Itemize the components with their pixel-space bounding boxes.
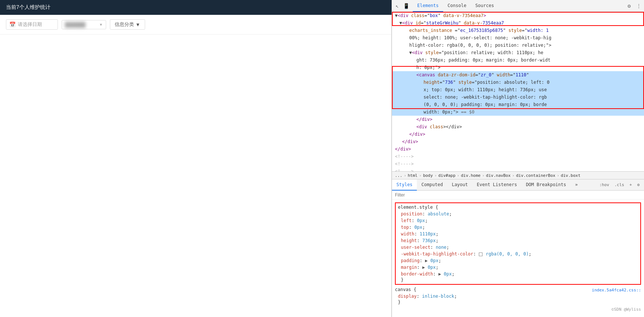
css-prop-padding[interactable]: padding: ▶ 0px; — [398, 257, 638, 264]
dom-line-canvas-attr2[interactable]: x; top: 0px; width: 1110px; height: 736p… — [392, 86, 644, 93]
css-rules: element.style { position: absolute; left… — [392, 199, 644, 317]
css-prop-display[interactable]: display: inline-block; — [395, 293, 641, 300]
dom-line[interactable]: ▼<div style="position: relative; width: … — [392, 49, 644, 56]
dom-line-divclass[interactable]: <div class></div> — [392, 123, 644, 131]
breadcrumb-html[interactable]: html — [408, 173, 418, 178]
dom-line[interactable]: ▼<div id="stateGrWeihu" data-v-7354eaa7 — [392, 19, 644, 27]
canvas-rule-block: canvas { index.5a4fca42.css:: display: i… — [392, 286, 644, 306]
devtools-panel: ↖ 📱 Elements Console Sources ⚙ ⋮ ▼<div c… — [392, 0, 644, 317]
dom-line[interactable]: ght: 736px; padding: 0px; margin: 0px; b… — [392, 56, 644, 64]
dom-line[interactable]: 00%; height: 100%; user-select: none; -w… — [392, 34, 644, 42]
css-prop-position[interactable]: position: absolute; — [398, 211, 638, 217]
chevron-down-icon: ▼ — [99, 23, 103, 27]
dom-line-close3[interactable]: </div> — [392, 138, 644, 145]
add-rule-button[interactable]: + — [628, 182, 634, 188]
tab-computed[interactable]: Computed — [417, 179, 447, 191]
dom-line-close4[interactable]: </div> — [392, 145, 644, 153]
styles-panel: Styles Computed Layout Event Listeners D… — [392, 179, 644, 317]
dom-line-canvas-attr4[interactable]: (0, 0, 0, 0); padding: 0px; margin: 0px;… — [392, 101, 644, 108]
category-label: 信息分类 — [115, 21, 134, 28]
devtools-tab-icons: ⚙ ⋮ — [625, 2, 643, 10]
css-prop-left[interactable]: left: 0px; — [398, 217, 638, 224]
tab-console[interactable]: Console — [443, 0, 471, 12]
css-prop-user-select[interactable]: user-select: none; — [398, 244, 638, 251]
date-picker[interactable]: 📅 请选择日期 — [6, 19, 58, 30]
tab-more[interactable]: » — [571, 179, 582, 191]
dom-line-canvas[interactable]: <canvas data-zr-dom-id="zr_0" width="111… — [392, 71, 644, 79]
breadcrumb-app[interactable]: div#app — [438, 173, 455, 178]
breadcrumb-body[interactable]: body — [423, 173, 433, 178]
settings-styles-icon[interactable]: ⚙ — [635, 182, 641, 188]
css-selector-element: element.style { — [398, 205, 638, 210]
cursor-icon[interactable]: ↖ — [393, 2, 401, 10]
css-prop-border-width[interactable]: border-width: ▶ 0px; — [398, 271, 638, 277]
styles-filter-box — [392, 191, 644, 199]
breadcrumb-home[interactable]: div.home — [461, 173, 481, 178]
source-link[interactable]: index.5a4fca42.css:: — [592, 288, 641, 293]
mobile-icon[interactable]: 📱 — [402, 2, 410, 10]
dom-line-comment2[interactable]: <!----> — [392, 160, 644, 168]
css-prop-top[interactable]: top: 0px; — [398, 224, 638, 231]
hov-button[interactable]: :hov — [598, 182, 611, 188]
styles-filter-input[interactable] — [395, 192, 641, 198]
element-style-block: element.style { position: absolute; left… — [395, 202, 641, 285]
css-prop-height[interactable]: height: 736px; — [398, 237, 638, 244]
breadcrumb-boxt[interactable]: div.boxt — [561, 173, 581, 178]
devtools-top-tabs: ↖ 📱 Elements Console Sources ⚙ ⋮ — [392, 0, 644, 12]
top-bar-title: 当前7个人维护统计 — [6, 4, 50, 11]
dom-line[interactable]: echarts_instance ="ec_16753185p6875" sty… — [392, 27, 644, 34]
dom-line[interactable]: hlight-color: rgba(0, 0, 0, 0); position… — [392, 42, 644, 49]
dom-line-close1[interactable]: </div> — [392, 116, 644, 123]
closing-brace-canvas: } — [395, 300, 641, 305]
tab-event-listeners[interactable]: Event Listeners — [473, 179, 522, 191]
css-prop-webkit-tap[interactable]: -webkit-tap-highlight-color: rgba(0, 0, … — [398, 251, 638, 257]
dom-line-close2[interactable]: </div> — [392, 131, 644, 138]
user-dropdown-value: ██████ — [65, 22, 85, 27]
tab-styles[interactable]: Styles — [392, 179, 417, 191]
filter-bar: 📅 请选择日期 ██████ ▼ 信息分类 ▼ — [0, 15, 391, 34]
breadcrumb-containerbox[interactable]: div.containerBox — [516, 173, 555, 178]
footer-credit: ©SDN @Wyliss — [392, 306, 644, 313]
dom-line-comment1[interactable]: <!----> — [392, 153, 644, 160]
dom-line-canvas-attr3[interactable]: select: none; -webkit-tap-highlight-colo… — [392, 93, 644, 101]
breadcrumb-ellipsis[interactable]: ... — [395, 173, 402, 178]
settings-icon[interactable]: ⚙ — [625, 2, 633, 10]
color-swatch — [479, 252, 483, 256]
dom-line-comment3[interactable]: <!----> — [392, 168, 644, 171]
main-content — [0, 34, 391, 316]
css-prop-margin[interactable]: margin: ▶ 0px; — [398, 264, 638, 271]
tab-layout[interactable]: Layout — [447, 179, 472, 191]
styles-tabs: Styles Computed Layout Event Listeners D… — [392, 179, 644, 191]
category-arrow-icon: ▼ — [135, 22, 140, 27]
dom-line-canvas-attr1[interactable]: height="736" style="position: absolute; … — [392, 79, 644, 86]
category-button[interactable]: 信息分类 ▼ — [110, 19, 145, 30]
tab-dom-breakpoints[interactable]: DOM Breakpoints — [522, 179, 571, 191]
cls-button[interactable]: .cls — [613, 182, 626, 188]
tab-sources[interactable]: Sources — [471, 0, 498, 12]
dom-tree: ▼<div class="box" data-v-7354eaa7> ▼<div… — [392, 12, 644, 171]
dom-line-canvas-attr5[interactable]: width: 0px;"> == $0 — [392, 108, 644, 116]
dom-line[interactable]: ▼<div class="box" data-v-7354eaa7> — [392, 12, 644, 19]
canvas-selector: canvas { — [395, 287, 416, 292]
user-dropdown[interactable]: ██████ ▼ — [62, 20, 106, 29]
calendar-icon: 📅 — [9, 22, 16, 27]
left-panel: 📅 请选择日期 ██████ ▼ 信息分类 ▼ — [0, 15, 392, 317]
overflow-icon[interactable]: ⋮ — [635, 2, 643, 10]
styles-tab-extra: :hov .cls + ⚙ — [598, 182, 644, 188]
tab-elements[interactable]: Elements — [413, 0, 443, 12]
closing-brace-element: } — [398, 277, 638, 283]
breadcrumb-bar: ... › html › body › div#app › div.home ›… — [392, 171, 644, 179]
breadcrumb-navbox[interactable]: div.navBox — [486, 173, 510, 178]
date-placeholder: 请选择日期 — [18, 21, 42, 28]
dom-line[interactable]: h: 0px;"> — [392, 64, 644, 71]
css-prop-width[interactable]: width: 1110px; — [398, 231, 638, 237]
